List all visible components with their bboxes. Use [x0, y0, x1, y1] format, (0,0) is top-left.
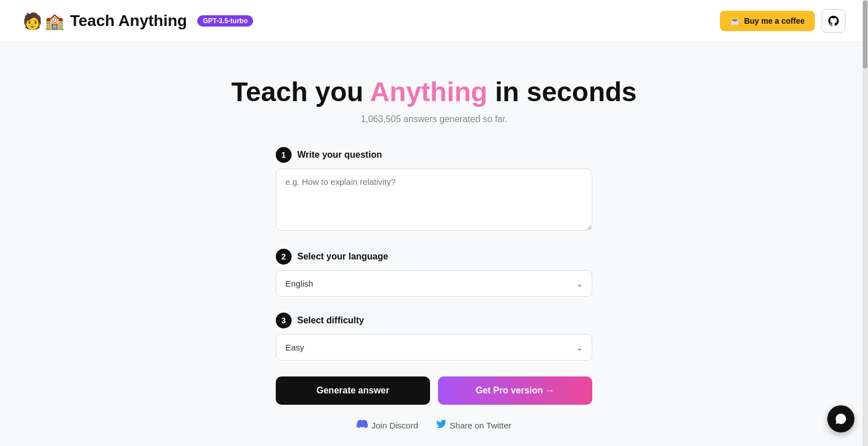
step2-label: 2 Select your language — [276, 249, 592, 265]
step3-text: Select difficulty — [297, 315, 364, 326]
school-emoji: 🏫 — [45, 12, 64, 31]
difficulty-select-wrapper: Easy Medium Hard ⌄ — [276, 334, 592, 361]
chat-bubble-button[interactable] — [827, 405, 854, 432]
language-select[interactable]: English Spanish French German Japanese C… — [276, 270, 592, 297]
gpt-badge: GPT-3.5-turbo — [197, 15, 253, 27]
scrollbar[interactable] — [862, 0, 868, 446]
header: 🧑 🏫 Teach Anything GPT-3.5-turbo ☕ Buy m… — [0, 0, 868, 42]
twitter-icon — [436, 419, 446, 432]
twitter-link[interactable]: Share on Twitter — [436, 419, 511, 432]
hero-title: Teach you Anything in seconds — [231, 76, 636, 107]
github-button[interactable] — [822, 9, 845, 33]
hero-title-highlight: Anything — [370, 77, 488, 107]
app-title: Teach Anything — [70, 12, 187, 30]
hero-title-part1: Teach you — [231, 77, 370, 107]
chat-icon — [835, 413, 847, 425]
step3-label: 3 Select difficulty — [276, 313, 592, 328]
question-input[interactable] — [276, 168, 592, 231]
form-container: 1 Write your question 2 Select your lang… — [276, 147, 592, 446]
footer-links: Join Discord Share on Twitter — [276, 418, 592, 432]
main-content: Teach you Anything in seconds 1,063,505 … — [0, 42, 868, 446]
header-right: ☕ Buy me a coffee — [720, 9, 845, 33]
discord-label: Join Discord — [371, 421, 418, 430]
github-icon — [827, 15, 840, 27]
logo-icons: 🧑 🏫 — [23, 12, 64, 31]
generate-button[interactable]: Generate answer — [276, 376, 430, 405]
discord-link[interactable]: Join Discord — [357, 418, 418, 432]
hero-title-part2: in seconds — [488, 77, 637, 107]
pro-version-button[interactable]: Get Pro version → — [438, 376, 592, 405]
difficulty-select[interactable]: Easy Medium Hard — [276, 334, 592, 361]
buy-coffee-label: Buy me a coffee — [744, 16, 805, 25]
hero-subtitle: 1,063,505 answers generated so far. — [361, 114, 507, 124]
step1-number: 1 — [276, 147, 292, 163]
discord-icon — [357, 418, 368, 432]
step3-number: 3 — [276, 313, 292, 328]
step1-label: 1 Write your question — [276, 147, 592, 163]
scrollbar-thumb[interactable] — [863, 1, 867, 68]
step2-number: 2 — [276, 249, 292, 265]
person-emoji: 🧑 — [23, 12, 42, 31]
coffee-icon: ☕ — [730, 16, 740, 25]
twitter-label: Share on Twitter — [450, 421, 511, 430]
step1-text: Write your question — [297, 150, 382, 160]
buttons-row: Generate answer Get Pro version → — [276, 376, 592, 405]
step2-text: Select your language — [297, 252, 388, 262]
language-select-wrapper: English Spanish French German Japanese C… — [276, 270, 592, 297]
header-left: 🧑 🏫 Teach Anything GPT-3.5-turbo — [23, 12, 253, 31]
buy-coffee-button[interactable]: ☕ Buy me a coffee — [720, 11, 815, 31]
